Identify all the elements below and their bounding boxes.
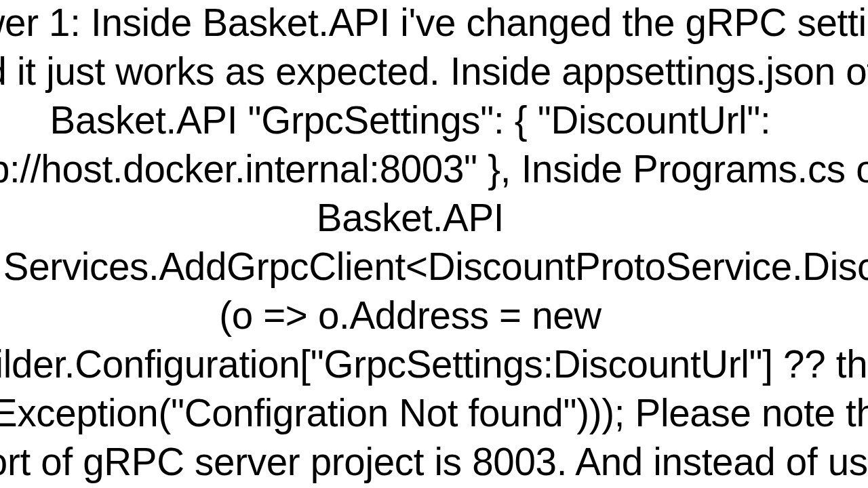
answer-body-text: Answer 1: Inside Basket.API i've changed…: [0, 0, 868, 488]
